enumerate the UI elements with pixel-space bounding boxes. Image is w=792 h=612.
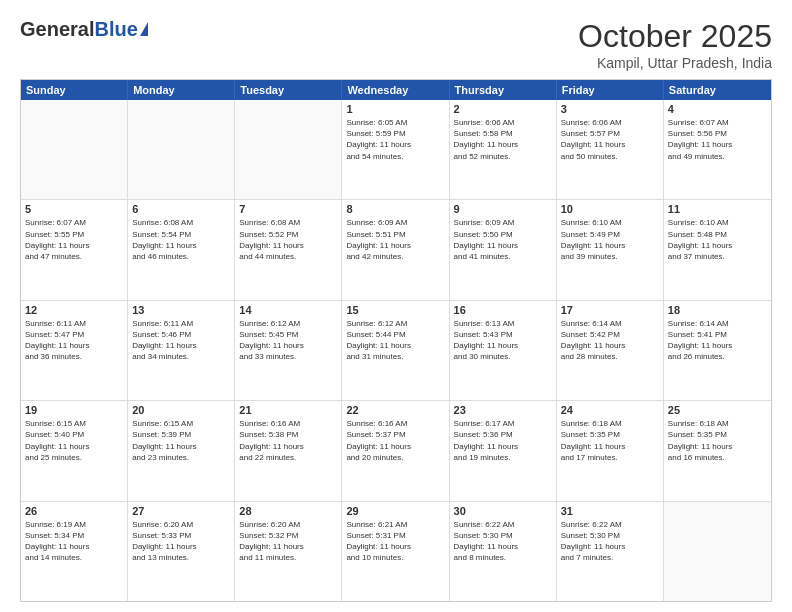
page: GeneralBlue October 2025 Kampil, Uttar P…	[0, 0, 792, 612]
day-header-wednesday: Wednesday	[342, 80, 449, 100]
day-number: 15	[346, 304, 444, 316]
cal-cell: 31Sunrise: 6:22 AM Sunset: 5:30 PM Dayli…	[557, 502, 664, 601]
logo-text: GeneralBlue	[20, 18, 138, 40]
day-info: Sunrise: 6:18 AM Sunset: 5:35 PM Dayligh…	[561, 418, 659, 463]
day-number: 14	[239, 304, 337, 316]
day-number: 20	[132, 404, 230, 416]
day-number: 2	[454, 103, 552, 115]
cal-cell: 17Sunrise: 6:14 AM Sunset: 5:42 PM Dayli…	[557, 301, 664, 400]
cal-cell	[235, 100, 342, 199]
cal-cell: 6Sunrise: 6:08 AM Sunset: 5:54 PM Daylig…	[128, 200, 235, 299]
day-number: 7	[239, 203, 337, 215]
cal-cell: 15Sunrise: 6:12 AM Sunset: 5:44 PM Dayli…	[342, 301, 449, 400]
cal-week-3: 12Sunrise: 6:11 AM Sunset: 5:47 PM Dayli…	[21, 301, 771, 401]
cal-week-1: 1Sunrise: 6:05 AM Sunset: 5:59 PM Daylig…	[21, 100, 771, 200]
day-number: 4	[668, 103, 767, 115]
day-number: 8	[346, 203, 444, 215]
day-info: Sunrise: 6:20 AM Sunset: 5:32 PM Dayligh…	[239, 519, 337, 564]
cal-cell: 10Sunrise: 6:10 AM Sunset: 5:49 PM Dayli…	[557, 200, 664, 299]
day-number: 3	[561, 103, 659, 115]
day-number: 27	[132, 505, 230, 517]
cal-week-4: 19Sunrise: 6:15 AM Sunset: 5:40 PM Dayli…	[21, 401, 771, 501]
cal-cell: 28Sunrise: 6:20 AM Sunset: 5:32 PM Dayli…	[235, 502, 342, 601]
cal-cell: 11Sunrise: 6:10 AM Sunset: 5:48 PM Dayli…	[664, 200, 771, 299]
day-info: Sunrise: 6:11 AM Sunset: 5:47 PM Dayligh…	[25, 318, 123, 363]
cal-cell: 21Sunrise: 6:16 AM Sunset: 5:38 PM Dayli…	[235, 401, 342, 500]
day-info: Sunrise: 6:20 AM Sunset: 5:33 PM Dayligh…	[132, 519, 230, 564]
day-info: Sunrise: 6:10 AM Sunset: 5:49 PM Dayligh…	[561, 217, 659, 262]
cal-cell: 5Sunrise: 6:07 AM Sunset: 5:55 PM Daylig…	[21, 200, 128, 299]
day-number: 29	[346, 505, 444, 517]
day-number: 22	[346, 404, 444, 416]
day-number: 5	[25, 203, 123, 215]
day-number: 13	[132, 304, 230, 316]
cal-cell: 30Sunrise: 6:22 AM Sunset: 5:30 PM Dayli…	[450, 502, 557, 601]
cal-cell: 8Sunrise: 6:09 AM Sunset: 5:51 PM Daylig…	[342, 200, 449, 299]
cal-cell: 14Sunrise: 6:12 AM Sunset: 5:45 PM Dayli…	[235, 301, 342, 400]
cal-cell: 23Sunrise: 6:17 AM Sunset: 5:36 PM Dayli…	[450, 401, 557, 500]
day-number: 12	[25, 304, 123, 316]
cal-cell: 12Sunrise: 6:11 AM Sunset: 5:47 PM Dayli…	[21, 301, 128, 400]
cal-cell: 22Sunrise: 6:16 AM Sunset: 5:37 PM Dayli…	[342, 401, 449, 500]
month-title: October 2025	[578, 18, 772, 55]
cal-cell	[128, 100, 235, 199]
day-info: Sunrise: 6:16 AM Sunset: 5:37 PM Dayligh…	[346, 418, 444, 463]
day-number: 25	[668, 404, 767, 416]
cal-cell: 13Sunrise: 6:11 AM Sunset: 5:46 PM Dayli…	[128, 301, 235, 400]
day-number: 9	[454, 203, 552, 215]
cal-cell: 18Sunrise: 6:14 AM Sunset: 5:41 PM Dayli…	[664, 301, 771, 400]
day-info: Sunrise: 6:17 AM Sunset: 5:36 PM Dayligh…	[454, 418, 552, 463]
day-info: Sunrise: 6:05 AM Sunset: 5:59 PM Dayligh…	[346, 117, 444, 162]
cal-cell: 19Sunrise: 6:15 AM Sunset: 5:40 PM Dayli…	[21, 401, 128, 500]
cal-cell	[21, 100, 128, 199]
day-header-sunday: Sunday	[21, 80, 128, 100]
day-number: 19	[25, 404, 123, 416]
day-header-friday: Friday	[557, 80, 664, 100]
calendar-header: SundayMondayTuesdayWednesdayThursdayFrid…	[21, 80, 771, 100]
location: Kampil, Uttar Pradesh, India	[578, 55, 772, 71]
day-number: 11	[668, 203, 767, 215]
day-number: 18	[668, 304, 767, 316]
cal-cell: 29Sunrise: 6:21 AM Sunset: 5:31 PM Dayli…	[342, 502, 449, 601]
day-info: Sunrise: 6:07 AM Sunset: 5:56 PM Dayligh…	[668, 117, 767, 162]
cal-cell	[664, 502, 771, 601]
day-info: Sunrise: 6:12 AM Sunset: 5:44 PM Dayligh…	[346, 318, 444, 363]
day-info: Sunrise: 6:08 AM Sunset: 5:52 PM Dayligh…	[239, 217, 337, 262]
day-number: 17	[561, 304, 659, 316]
cal-cell: 3Sunrise: 6:06 AM Sunset: 5:57 PM Daylig…	[557, 100, 664, 199]
cal-cell: 9Sunrise: 6:09 AM Sunset: 5:50 PM Daylig…	[450, 200, 557, 299]
day-info: Sunrise: 6:21 AM Sunset: 5:31 PM Dayligh…	[346, 519, 444, 564]
day-info: Sunrise: 6:15 AM Sunset: 5:39 PM Dayligh…	[132, 418, 230, 463]
day-number: 16	[454, 304, 552, 316]
day-info: Sunrise: 6:12 AM Sunset: 5:45 PM Dayligh…	[239, 318, 337, 363]
day-number: 23	[454, 404, 552, 416]
cal-cell: 24Sunrise: 6:18 AM Sunset: 5:35 PM Dayli…	[557, 401, 664, 500]
day-number: 31	[561, 505, 659, 517]
cal-cell: 7Sunrise: 6:08 AM Sunset: 5:52 PM Daylig…	[235, 200, 342, 299]
day-header-thursday: Thursday	[450, 80, 557, 100]
cal-cell: 4Sunrise: 6:07 AM Sunset: 5:56 PM Daylig…	[664, 100, 771, 199]
day-header-monday: Monday	[128, 80, 235, 100]
day-info: Sunrise: 6:19 AM Sunset: 5:34 PM Dayligh…	[25, 519, 123, 564]
day-number: 28	[239, 505, 337, 517]
day-info: Sunrise: 6:22 AM Sunset: 5:30 PM Dayligh…	[454, 519, 552, 564]
calendar: SundayMondayTuesdayWednesdayThursdayFrid…	[20, 79, 772, 602]
cal-cell: 20Sunrise: 6:15 AM Sunset: 5:39 PM Dayli…	[128, 401, 235, 500]
day-info: Sunrise: 6:22 AM Sunset: 5:30 PM Dayligh…	[561, 519, 659, 564]
title-area: October 2025 Kampil, Uttar Pradesh, Indi…	[578, 18, 772, 71]
logo: GeneralBlue	[20, 18, 148, 40]
day-number: 26	[25, 505, 123, 517]
day-number: 24	[561, 404, 659, 416]
day-info: Sunrise: 6:13 AM Sunset: 5:43 PM Dayligh…	[454, 318, 552, 363]
calendar-body: 1Sunrise: 6:05 AM Sunset: 5:59 PM Daylig…	[21, 100, 771, 601]
day-number: 6	[132, 203, 230, 215]
day-info: Sunrise: 6:18 AM Sunset: 5:35 PM Dayligh…	[668, 418, 767, 463]
day-info: Sunrise: 6:06 AM Sunset: 5:57 PM Dayligh…	[561, 117, 659, 162]
cal-cell: 27Sunrise: 6:20 AM Sunset: 5:33 PM Dayli…	[128, 502, 235, 601]
day-header-saturday: Saturday	[664, 80, 771, 100]
day-info: Sunrise: 6:09 AM Sunset: 5:51 PM Dayligh…	[346, 217, 444, 262]
day-info: Sunrise: 6:15 AM Sunset: 5:40 PM Dayligh…	[25, 418, 123, 463]
cal-cell: 2Sunrise: 6:06 AM Sunset: 5:58 PM Daylig…	[450, 100, 557, 199]
day-number: 1	[346, 103, 444, 115]
day-info: Sunrise: 6:14 AM Sunset: 5:42 PM Dayligh…	[561, 318, 659, 363]
